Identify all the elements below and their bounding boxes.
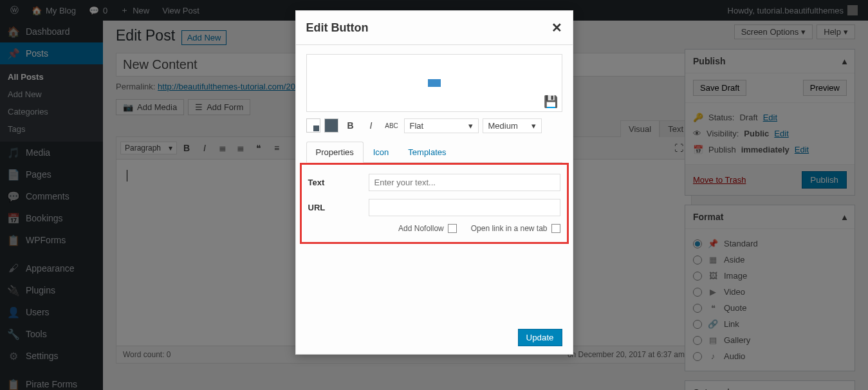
select-value: Flat	[410, 121, 424, 131]
text-input[interactable]	[369, 174, 560, 191]
newtab-checkbox[interactable]: Open link in a new tab	[471, 224, 560, 233]
italic-toggle[interactable]: I	[363, 117, 380, 134]
url-label: URL	[308, 203, 369, 212]
modal-title: Edit Button	[306, 21, 369, 35]
caret-down-icon: ▾	[468, 121, 473, 131]
caret-down-icon: ▾	[531, 121, 536, 131]
modal-close-button[interactable]: ✕	[551, 20, 562, 35]
style-select[interactable]: Flat▾	[404, 118, 479, 133]
size-select[interactable]: Medium▾	[483, 118, 542, 133]
edit-button-modal: Edit Button ✕ 💾 B I ABC Flat▾ Medium▾ Pr…	[295, 10, 573, 355]
bg-color-swatch[interactable]	[306, 118, 320, 133]
tab-templates[interactable]: Templates	[398, 142, 456, 163]
select-value: Medium	[488, 121, 518, 131]
check-label: Open link in a new tab	[471, 224, 548, 233]
properties-panel: Text URL Add Nofollow Open link in a new…	[300, 163, 569, 244]
nofollow-checkbox[interactable]: Add Nofollow	[398, 224, 457, 233]
save-icon[interactable]: 💾	[544, 95, 558, 109]
strike-toggle[interactable]: ABC	[383, 117, 400, 134]
modal-overlay: Edit Button ✕ 💾 B I ABC Flat▾ Medium▾ Pr…	[0, 0, 868, 390]
bold-toggle[interactable]: B	[342, 117, 359, 134]
button-preview: 💾	[306, 54, 562, 112]
checkbox-icon	[448, 224, 457, 233]
preview-button-shape	[428, 79, 441, 87]
check-label: Add Nofollow	[398, 224, 444, 233]
checkbox-icon	[551, 224, 560, 233]
update-button[interactable]: Update	[518, 329, 562, 346]
tab-icon[interactable]: Icon	[364, 142, 399, 163]
text-label: Text	[308, 178, 369, 187]
text-color-swatch[interactable]	[324, 118, 338, 133]
url-input[interactable]	[369, 199, 560, 216]
tab-properties[interactable]: Properties	[306, 142, 364, 163]
